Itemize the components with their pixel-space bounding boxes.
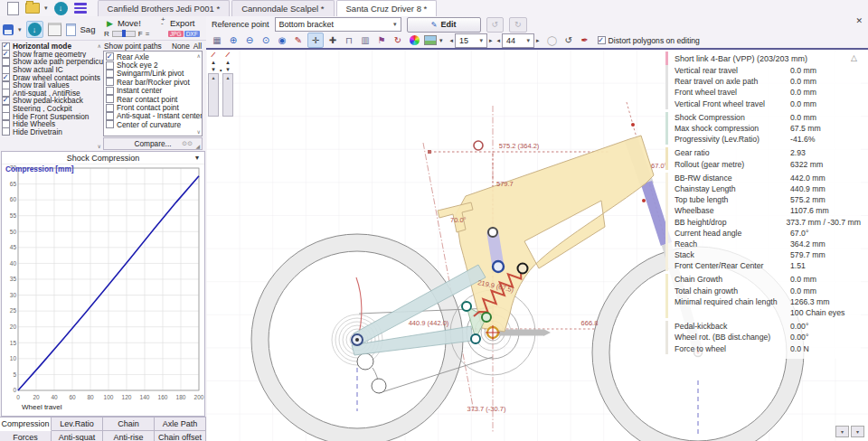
export-button[interactable]: Export [170,18,194,28]
redo-button[interactable]: ↻ [509,17,527,33]
chart-dropdown-icon[interactable]: ▾ [195,154,199,162]
move-tool-button[interactable]: ✚ [326,33,340,47]
checkbox[interactable] [2,73,10,81]
reference-point-select[interactable]: Bottom bracket ▾ [275,17,401,32]
slider-thumb[interactable]: ▴ [212,74,214,116]
link-pivot-top[interactable] [488,228,497,237]
size-prev-icon[interactable]: ◂ [497,37,501,44]
new-file-icon[interactable] [7,2,19,15]
jpg-badge[interactable]: JPG [168,31,184,37]
draw-tool-button[interactable]: ✎ [291,33,306,47]
head-axis-point[interactable] [631,123,635,127]
checkbox[interactable] [2,128,10,136]
pan-tool-button[interactable]: ✛ [307,33,324,48]
cloud-upload-button[interactable]: ↓ [26,21,43,38]
lower-link-pivot-front[interactable] [462,302,471,311]
save-button[interactable]: ▾ [3,24,22,35]
pin-button[interactable]: ✒ [578,33,592,47]
point-path-row[interactable]: Rear bar/Rocker pivot [106,78,202,86]
checkbox[interactable] [2,42,10,51]
tab-lev-ratio[interactable]: Lev.Ratio [52,418,103,431]
checkbox[interactable] [2,112,10,120]
tab-chain-offset[interactable]: Chain offset [155,431,206,441]
tab-cannondale-scalpel[interactable]: Cannondale Scalpel * [231,0,334,16]
checkbox[interactable] [598,36,606,44]
colors-button[interactable] [407,33,421,47]
zoom-area-button[interactable]: ◉ [275,33,289,47]
chevron-down-icon[interactable]: ▾ [439,37,443,44]
zoom-level-select[interactable]: 15 ▾ [455,33,487,48]
lower-link-pivot-rear[interactable] [471,334,480,343]
idle-tool-button[interactable]: ◯ [545,33,560,47]
slider-thumb[interactable]: ▴ [226,74,229,116]
step-down-icon[interactable]: ▾ [226,66,230,72]
open-file-button[interactable]: ▾ [25,3,48,14]
scroll-down-icon[interactable]: ∨ [98,143,101,149]
tab-axle-path[interactable]: Axle Path [155,418,206,431]
scroll-button[interactable]: ▾ [835,426,849,437]
move-button[interactable]: ▶ Move! [107,18,141,28]
minus-icon[interactable]: - [161,22,165,25]
checkbox[interactable] [2,105,10,113]
rotate-button[interactable]: ↺ [561,33,576,47]
point-path-row[interactable]: Front contact point [106,103,202,111]
frame-size-select[interactable]: 44 ▾ [502,33,534,48]
scroll-up-icon[interactable]: ∧ [197,52,201,59]
checkbox[interactable] [106,95,114,103]
saddle-point[interactable] [474,141,483,150]
option-row[interactable]: Hide Wheels [2,120,103,128]
tab-compression[interactable]: Compression [0,418,52,431]
all-link[interactable]: All [193,42,202,51]
zoom-prev-icon[interactable]: ◂ [450,37,454,44]
checkbox[interactable] [106,70,114,78]
tab-canfield-jedi[interactable]: Canfield Brothers Jedi P001 * [98,0,231,16]
slider-track[interactable]: ▴ [222,73,233,117]
point-path-row[interactable]: Anti-squat - Instant center [106,112,202,120]
checkbox[interactable] [2,120,10,128]
close-icon[interactable]: ✕ [855,16,863,25]
option-row[interactable]: Show actual IC [2,66,103,74]
sag-button[interactable]: Sag [80,24,96,34]
option-row[interactable]: Show trail values [2,81,103,89]
measure-tool-button[interactable]: ⊓ [342,33,356,47]
checkbox[interactable] [106,87,114,95]
option-row[interactable]: Hide Front Suspension [2,112,103,120]
step-up-icon[interactable]: ▴ [212,59,215,65]
option-row[interactable]: Draw wheel contact points [2,73,103,81]
option-row[interactable]: Show axle path perpendicu [2,58,103,66]
checkbox[interactable] [2,97,10,105]
checkbox[interactable] [2,58,10,66]
step-down-icon[interactable]: ▾ [212,66,215,72]
checkbox[interactable] [2,89,10,98]
front-travel-slider[interactable]: ∕ ▴ ▾ ▴ [222,52,233,117]
export-doc-icon[interactable] [66,23,76,36]
checkbox[interactable] [106,52,114,61]
option-row[interactable]: Show pedal-kickback [2,97,103,105]
tab-santa-cruz-driver[interactable]: Santa Cruz Driver 8 * [336,0,438,16]
shock-eye-upper[interactable] [518,264,528,274]
checkbox[interactable] [2,51,10,59]
checkbox[interactable] [106,78,114,86]
point-path-row[interactable]: Shock eye 2 [106,61,202,69]
checkbox[interactable] [106,104,114,112]
background-image-button[interactable] [423,33,438,47]
zoom-in-button[interactable]: ⊕ [226,33,241,47]
step-up-icon[interactable]: ▴ [226,59,230,65]
flag-button[interactable]: ⚑ [374,33,389,47]
undo-button[interactable]: ↺ [486,17,505,33]
menu-icon[interactable] [74,3,87,14]
point-path-row[interactable]: Center of curvature [106,120,202,128]
option-row[interactable]: Steering , Cockpit [2,105,103,113]
zoom-reset-button[interactable]: ⊙ [259,33,273,47]
scroll-up-icon[interactable]: ∧ [98,42,101,49]
tab-forces[interactable]: Forces [0,431,52,441]
zoom-next-icon[interactable]: ▸ [489,37,493,44]
rf-slider[interactable] [112,31,136,37]
dxf-badge[interactable]: DXF [184,31,200,37]
scroll-button[interactable]: ▾ [851,426,864,437]
drawing-canvas[interactable]: 575.2 (364.2) 579.7 70.0° 67.0° 440.9 (4… [206,50,868,441]
point-path-row[interactable]: Instant center [106,87,202,95]
option-row[interactable]: Show frame geometry [2,51,103,59]
checkbox[interactable] [2,66,10,74]
option-row[interactable]: Hide Drivetrain [2,128,103,136]
